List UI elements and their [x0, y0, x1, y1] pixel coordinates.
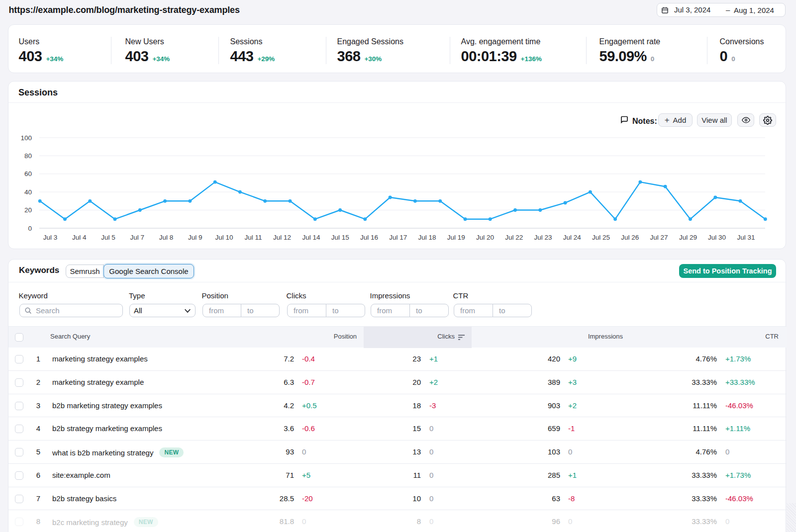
svg-text:Jul 23: Jul 23 [534, 234, 552, 241]
svg-text:Jul 31: Jul 31 [737, 234, 755, 241]
svg-text:Jul 5: Jul 5 [101, 234, 115, 241]
svg-text:40: 40 [24, 188, 32, 196]
svg-text:Jul 14: Jul 14 [302, 234, 320, 241]
svg-text:80: 80 [24, 152, 32, 160]
svg-text:Jul 15: Jul 15 [331, 234, 349, 241]
svg-text:Jul 19: Jul 19 [447, 234, 465, 241]
svg-text:Jul 8: Jul 8 [159, 234, 174, 241]
svg-text:Jul 20: Jul 20 [476, 234, 494, 241]
svg-text:Jul 30: Jul 30 [708, 234, 726, 241]
svg-text:Jul 25: Jul 25 [592, 234, 610, 241]
svg-text:Jul 12: Jul 12 [273, 234, 291, 241]
svg-text:0: 0 [28, 225, 32, 232]
svg-text:Jul 4: Jul 4 [72, 234, 87, 241]
svg-text:Jul 27: Jul 27 [650, 234, 668, 241]
svg-text:Jul 26: Jul 26 [621, 234, 639, 241]
svg-text:Jul 3: Jul 3 [43, 234, 58, 241]
svg-text:Jul 10: Jul 10 [215, 234, 233, 241]
svg-text:Jul 29: Jul 29 [679, 234, 697, 241]
svg-text:20: 20 [24, 206, 32, 214]
svg-text:Jul 7: Jul 7 [130, 234, 145, 241]
svg-text:Jul 18: Jul 18 [418, 234, 436, 241]
svg-text:Jul 11: Jul 11 [244, 234, 262, 241]
svg-text:Jul 17: Jul 17 [389, 234, 407, 241]
svg-text:60: 60 [24, 170, 32, 177]
svg-text:Jul 16: Jul 16 [360, 234, 378, 241]
svg-text:Jul 22: Jul 22 [505, 234, 523, 241]
svg-text:100: 100 [20, 134, 32, 142]
svg-text:Jul 24: Jul 24 [563, 234, 582, 241]
svg-text:Jul 9: Jul 9 [188, 234, 202, 241]
